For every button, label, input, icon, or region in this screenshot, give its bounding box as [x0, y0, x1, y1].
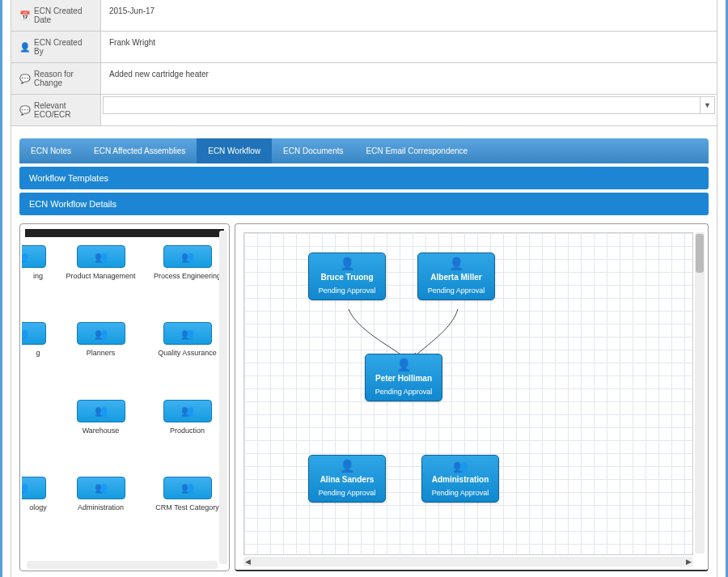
palette-item-planners[interactable]: 👥 [77, 322, 125, 345]
workflow-node-bruce[interactable]: 👤 Bruce Truong Pending Approval [308, 252, 386, 300]
person-icon: 👤 [367, 358, 440, 372]
palette-item-product-mgmt[interactable]: 👥 [77, 245, 125, 268]
workflow-editor: 👥ing 👥Product Management 👥Process Engine… [19, 223, 709, 571]
comment-icon: 💬 [19, 74, 31, 84]
dropdown-arrow-icon[interactable]: ▼ [700, 97, 714, 113]
tab-workflow[interactable]: ECN Workflow [197, 138, 272, 163]
group-icon: 👥 [95, 405, 108, 417]
palette-scroll-vertical[interactable] [219, 231, 227, 564]
person-icon: 👤 [311, 257, 383, 271]
scroll-right-icon[interactable]: ▶ [686, 558, 692, 566]
group-icon: 👥 [181, 405, 194, 417]
group-icon: 👥 [424, 459, 497, 473]
person-icon: 👤 [311, 459, 383, 473]
group-icon: 👥 [22, 328, 28, 340]
palette-item-production[interactable]: 👥 [163, 400, 212, 422]
reason-label: 💬Reason for Change [11, 63, 100, 94]
panel-workflow-details[interactable]: ECN Workflow Details [19, 193, 709, 215]
person-icon: 👤 [420, 257, 493, 271]
created-by-label: 👤ECN Created By [11, 32, 100, 62]
tab-email[interactable]: ECN Email Correspondence [355, 138, 480, 163]
workflow-node-alina[interactable]: 👤 Alina Sanders Pending Approval [308, 455, 386, 503]
group-icon: 👥 [22, 251, 28, 263]
palette-item-partial2[interactable]: 👥 [22, 322, 46, 345]
tab-documents[interactable]: ECN Documents [272, 138, 354, 163]
workflow-node-peter[interactable]: 👤 Peter Holliman Pending Approval [365, 354, 442, 401]
palette-item-process-eng[interactable]: 👥 [163, 245, 212, 268]
group-icon: 👥 [22, 482, 28, 494]
tab-assemblies[interactable]: ECN Affected Assemblies [83, 138, 197, 163]
relevant-label: 💬Relevant ECO/ECR [11, 95, 100, 125]
palette-item-partial1[interactable]: 👥 [22, 245, 46, 268]
calendar-icon: 📅 [19, 11, 31, 21]
created-by-value: Frank Wright [100, 32, 717, 62]
group-icon: 👥 [181, 251, 194, 263]
group-icon: 👥 [95, 328, 108, 340]
group-icon: 👥 [181, 482, 194, 494]
comment-icon: 💬 [19, 105, 31, 116]
canvas-scroll-horizontal[interactable]: ◀ ▶ [243, 557, 693, 566]
tab-notes[interactable]: ECN Notes [19, 138, 83, 163]
workflow-node-alberta[interactable]: 👤 Alberta Miller Pending Approval [417, 252, 495, 300]
workflow-node-admin[interactable]: 👥 Administration Pending Approval [421, 455, 499, 503]
palette-item-warehouse[interactable]: 👥 [77, 400, 125, 422]
group-icon: 👥 [181, 328, 194, 340]
relevant-select[interactable]: ▼ [103, 96, 715, 114]
palette-item-admin[interactable]: 👥 [77, 477, 125, 499]
palette-item-partial3[interactable]: 👥 [22, 477, 46, 499]
user-icon: 👤 [19, 42, 31, 53]
relevant-select-wrap: ▼ [100, 95, 717, 125]
group-icon: 👥 [95, 482, 108, 494]
canvas-scroll-vertical[interactable] [695, 232, 705, 554]
palette-item-crm[interactable]: 👥 [163, 477, 212, 499]
palette-scroll-horizontal[interactable] [27, 561, 218, 569]
ecn-form: 📅ECN Created Date 2015-Jun-17 👤ECN Creat… [11, 0, 717, 126]
palette-toolbar [25, 229, 224, 237]
group-icon: 👥 [95, 251, 108, 263]
panel-workflow-templates[interactable]: Workflow Templates [19, 167, 709, 189]
reason-value[interactable]: Added new cartridge heater [100, 63, 717, 94]
template-palette: 👥ing 👥Product Management 👥Process Engine… [19, 223, 230, 571]
created-date-label: 📅ECN Created Date [11, 0, 100, 31]
created-date-value: 2015-Jun-17 [100, 0, 717, 31]
ecn-tabs: ECN Notes ECN Affected Assemblies ECN Wo… [19, 138, 709, 163]
palette-item-qa[interactable]: 👥 [163, 322, 212, 345]
palette-grid[interactable]: 👥ing 👥Product Management 👥Process Engine… [20, 237, 229, 557]
scroll-left-icon[interactable]: ◀ [245, 558, 251, 566]
workflow-canvas[interactable]: 👤 Bruce Truong Pending Approval 👤 Albert… [235, 223, 709, 571]
